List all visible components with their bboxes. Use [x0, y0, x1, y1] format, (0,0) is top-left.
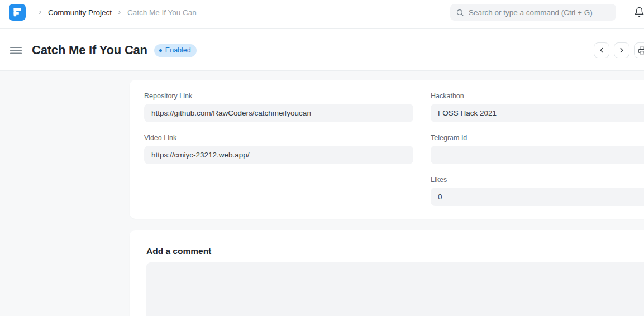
- breadcrumb-item-current[interactable]: Catch Me If You Can: [127, 8, 197, 17]
- field-video-link: Video Link: [144, 133, 413, 164]
- field-label: Telegram Id: [431, 133, 644, 142]
- search-input[interactable]: [469, 8, 610, 17]
- chevron-right-icon: [37, 9, 43, 15]
- status-badge-label: Enabled: [165, 46, 191, 54]
- sidebar-toggle-icon[interactable]: [10, 47, 22, 54]
- status-badge: Enabled: [154, 44, 197, 57]
- form-body: Repository Link Video Link Hackathon Tel…: [0, 71, 644, 316]
- video-link-input[interactable]: [144, 146, 413, 164]
- comment-input[interactable]: [146, 262, 644, 316]
- chevron-right-icon: [618, 46, 626, 54]
- field-label: Video Link: [144, 133, 413, 142]
- field-label: Repository Link: [144, 92, 413, 100]
- field-hackathon: Hackathon: [431, 92, 644, 122]
- comment-section-card: Add a comment: [130, 230, 644, 316]
- comment-section-heading: Add a comment: [146, 246, 644, 257]
- telegram-id-input[interactable]: [431, 146, 644, 164]
- search-icon: [456, 8, 464, 17]
- field-label: Likes: [431, 175, 644, 184]
- top-navbar: Community Project Catch Me If You Can: [0, 0, 644, 29]
- repository-link-input[interactable]: [144, 104, 413, 122]
- status-dot: [159, 49, 162, 52]
- breadcrumb: Community Project Catch Me If You Can: [32, 8, 197, 17]
- page-title: Catch Me If You Can: [32, 43, 147, 58]
- page-header: Catch Me If You Can Enabled: [0, 30, 644, 71]
- frappe-logo-icon: [9, 4, 26, 21]
- chevron-left-icon: [598, 46, 605, 54]
- field-label: Hackathon: [431, 92, 644, 100]
- printer-icon: [638, 46, 644, 55]
- notification-bell-icon[interactable]: [634, 7, 644, 20]
- print-button[interactable]: [634, 42, 644, 58]
- field-telegram-id: Telegram Id: [431, 133, 644, 164]
- chevron-right-icon: [117, 9, 122, 15]
- header-actions: [594, 42, 644, 58]
- form-column-left: Repository Link Video Link: [144, 92, 413, 206]
- form-section-card: Repository Link Video Link Hackathon Tel…: [130, 80, 644, 219]
- next-record-button[interactable]: [614, 42, 629, 58]
- global-search[interactable]: [450, 4, 616, 21]
- field-likes: Likes: [431, 175, 644, 206]
- breadcrumb-item-community-project[interactable]: Community Project: [48, 8, 112, 17]
- frappe-logo[interactable]: [9, 4, 26, 21]
- prev-record-button[interactable]: [594, 42, 609, 58]
- form-column-right: Hackathon Telegram Id Likes: [431, 92, 644, 206]
- field-repository-link: Repository Link: [144, 92, 413, 122]
- hackathon-input[interactable]: [431, 104, 644, 122]
- likes-input[interactable]: [431, 188, 644, 206]
